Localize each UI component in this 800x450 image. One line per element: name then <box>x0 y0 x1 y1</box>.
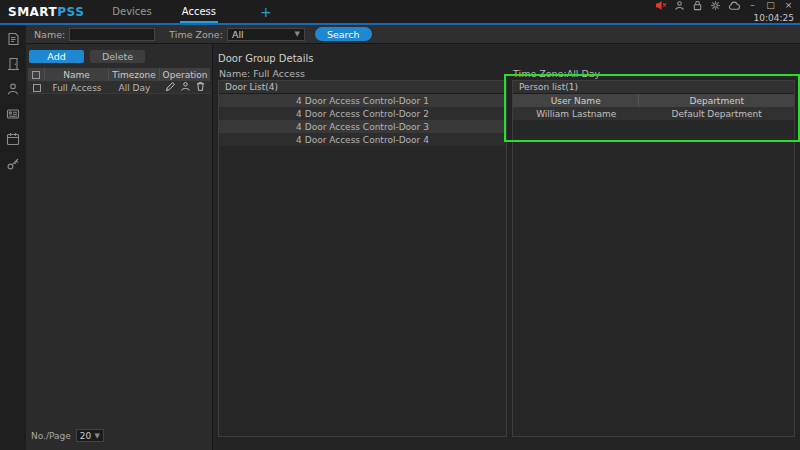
assign-user-icon[interactable] <box>180 81 191 94</box>
logo-smart: SMART <box>8 5 57 19</box>
app-logo: SMARTPSS <box>8 5 84 19</box>
page-size-value: 20 <box>80 431 91 441</box>
mute-alarm-icon[interactable] <box>655 0 667 15</box>
door-group-details: Door Group Details Name: Full Access Doo… <box>214 44 800 450</box>
table-header-row: Name Timezone Operation <box>28 68 210 81</box>
person-table-header: User Name Department <box>513 94 794 107</box>
person-row[interactable]: William Lastname Default Department <box>513 107 794 120</box>
pager: No./Page 20 ▼ <box>31 429 104 442</box>
door-list-item[interactable]: 4 Door Access Control-Door 1 <box>219 94 506 107</box>
table-row[interactable]: Full Access All Day <box>28 81 210 94</box>
door-list-item[interactable]: 4 Door Access Control-Door 3 <box>219 120 506 133</box>
door-group-panel: Add Delete Name Timezone Operation Full … <box>26 44 213 450</box>
pager-label: No./Page <box>31 431 71 441</box>
person-list-header: Person list(1) <box>513 81 794 94</box>
smartpss-window: SMARTPSS Devices Access + <box>0 0 800 450</box>
person-list-box: Person list(1) User Name Department Will… <box>512 80 795 437</box>
column-name: Name <box>45 68 109 81</box>
page-size-select[interactable]: 20 ▼ <box>76 429 104 442</box>
calendar-icon[interactable] <box>6 132 20 146</box>
operation-cell <box>160 81 210 94</box>
document-edit-icon[interactable] <box>6 32 20 46</box>
module-sidebar <box>0 25 26 450</box>
door-list-item[interactable]: 4 Door Access Control-Door 2 <box>219 107 506 120</box>
name-input[interactable] <box>69 28 155 41</box>
minimize-button[interactable]: – <box>747 1 758 10</box>
person-department-cell: Default Department <box>639 107 794 120</box>
titlebar-right: – □ × 10:04:25 <box>655 0 794 23</box>
group-name-cell: Full Access <box>45 83 109 93</box>
clock-time: 10:04:25 <box>754 13 794 23</box>
close-button[interactable]: × <box>783 1 794 10</box>
search-button[interactable]: Search <box>315 27 372 41</box>
column-department: Department <box>639 94 794 107</box>
add-button[interactable]: Add <box>29 50 84 63</box>
door-list-header: Door List(4) <box>219 81 506 94</box>
group-name-line: Name: Full Access <box>218 67 507 80</box>
chevron-down-icon: ▼ <box>94 432 99 440</box>
search-toolbar: Name: Time Zone: All ▼ Search <box>26 25 800 44</box>
door-list-box: Door List(4) 4 Door Access Control-Door … <box>218 80 507 437</box>
door-group-table: Name Timezone Operation Full Access All … <box>28 68 210 94</box>
settings-icon[interactable] <box>710 0 721 15</box>
new-tab-button[interactable]: + <box>260 5 272 19</box>
tab-devices[interactable]: Devices <box>110 0 153 23</box>
cloud-icon[interactable] <box>728 0 740 15</box>
timezone-select-value: All <box>232 29 244 40</box>
maximize-button[interactable]: □ <box>765 1 776 10</box>
column-operation: Operation <box>160 68 210 81</box>
door-list-item[interactable]: 4 Door Access Control-Door 4 <box>219 133 506 146</box>
details-title: Door Group Details <box>218 52 507 65</box>
lock-icon[interactable] <box>692 0 703 15</box>
delete-icon[interactable] <box>195 81 206 94</box>
row-checkbox[interactable] <box>33 84 41 92</box>
card-icon[interactable] <box>6 107 20 121</box>
timezone-line: Time Zone:All Day <box>512 67 795 80</box>
tab-access[interactable]: Access <box>180 0 218 23</box>
column-timezone: Timezone <box>109 68 160 81</box>
name-label: Name: <box>34 29 65 40</box>
person-name-cell: William Lastname <box>513 107 639 120</box>
user-icon[interactable] <box>674 0 685 15</box>
column-user-name: User Name <box>513 94 639 107</box>
main-tabs: Devices Access + <box>110 0 271 23</box>
timezone-select[interactable]: All ▼ <box>227 28 305 41</box>
person-list-column: Time Zone:All Day Person list(1) User Na… <box>512 52 795 437</box>
key-icon[interactable] <box>6 157 20 171</box>
titlebar: SMARTPSS Devices Access + <box>0 0 800 23</box>
door-list-column: Door Group Details Name: Full Access Doo… <box>218 52 507 437</box>
select-all-checkbox[interactable] <box>32 71 40 79</box>
delete-button[interactable]: Delete <box>90 50 145 63</box>
timezone-label: Time Zone: <box>169 29 223 40</box>
group-timezone-cell: All Day <box>109 83 160 93</box>
edit-icon[interactable] <box>165 81 176 94</box>
logo-pss: PSS <box>57 5 84 19</box>
user-icon[interactable] <box>6 82 20 96</box>
door-icon[interactable] <box>6 57 20 71</box>
chevron-down-icon: ▼ <box>295 30 300 38</box>
